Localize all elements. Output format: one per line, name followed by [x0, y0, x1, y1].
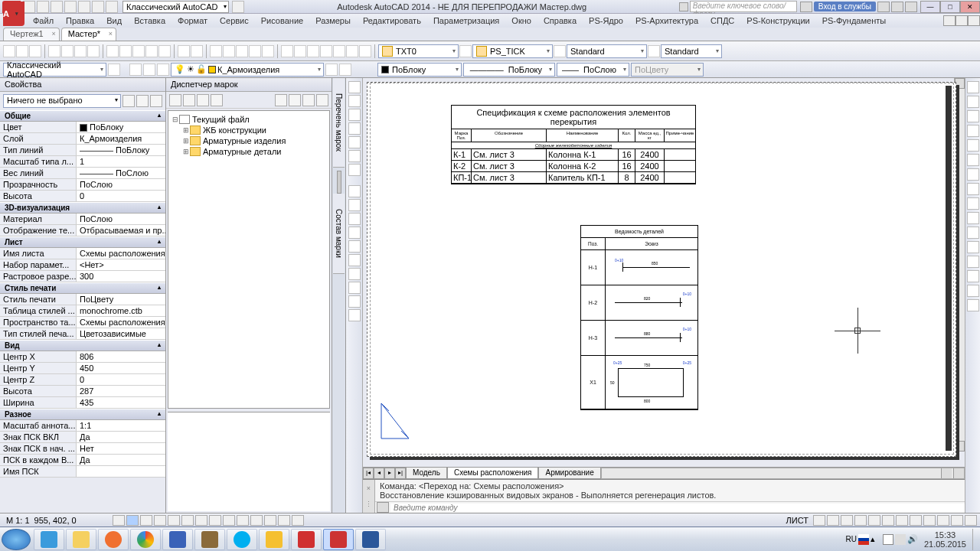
prop-row[interactable]: Тип линий———— ПоБлоку: [0, 145, 165, 156]
zoomextents-icon[interactable]: [262, 45, 274, 57]
zoom-icon[interactable]: [223, 45, 235, 57]
point-icon[interactable]: [348, 199, 361, 211]
sb-mode[interactable]: ЛИСТ: [783, 516, 812, 525]
layerprops-icon[interactable]: [129, 64, 142, 76]
mlstyle-dropdown[interactable]: Standard: [661, 44, 722, 58]
spline-icon[interactable]: [348, 185, 361, 197]
stretch-icon[interactable]: [967, 197, 979, 210]
blockeditor-icon[interactable]: [158, 45, 171, 57]
rotate-icon[interactable]: [967, 168, 979, 181]
tb-word[interactable]: [355, 529, 386, 550]
favorite-icon[interactable]: [891, 2, 903, 12]
saveas-icon[interactable]: [64, 1, 77, 13]
pline-icon[interactable]: [348, 95, 361, 107]
erase-icon[interactable]: [967, 81, 979, 93]
copy-icon[interactable]: [119, 45, 132, 57]
cat-view[interactable]: Вид: [0, 340, 165, 351]
layout-first[interactable]: |◂: [363, 468, 374, 479]
menu-draw[interactable]: Рисование: [255, 15, 309, 27]
cat-3d[interactable]: 3D-визуализация: [0, 202, 165, 214]
sidetab-list[interactable]: Перечень марок: [333, 78, 345, 168]
mdi-restore[interactable]: [956, 15, 968, 26]
move-icon[interactable]: [967, 154, 979, 166]
menu-help[interactable]: Справка: [537, 15, 583, 27]
fillet-icon[interactable]: [967, 285, 979, 297]
polar-icon[interactable]: [154, 515, 166, 526]
pickadd-icon[interactable]: [150, 95, 162, 107]
tray-clock[interactable]: 15:3321.05.2015: [920, 530, 971, 549]
scale-icon[interactable]: [967, 183, 979, 195]
tb-autocad[interactable]: [323, 529, 354, 550]
cat-general[interactable]: Общие: [0, 110, 165, 122]
new-icon[interactable]: [23, 1, 35, 13]
tab-drawing1[interactable]: Чертеж1×: [3, 28, 60, 41]
exchange-icon[interactable]: [877, 2, 890, 12]
markup-icon[interactable]: [333, 45, 345, 57]
sb-scale[interactable]: М 1: 1: [3, 516, 33, 525]
prop-row[interactable]: Тип стилей печа...Цветозависимые: [0, 328, 165, 340]
sb-isolate-icon[interactable]: [937, 515, 949, 526]
layermatch-icon[interactable]: [325, 64, 338, 76]
help-search[interactable]: Введите ключевое слово/фразу: [690, 1, 797, 12]
layout-prev[interactable]: ◂: [374, 468, 384, 479]
textstyle-dropdown[interactable]: TXT0: [378, 44, 459, 58]
ortho-icon[interactable]: [140, 515, 152, 526]
layerfilter-icon[interactable]: [143, 64, 155, 76]
sb-ws-icon[interactable]: [896, 515, 908, 526]
ducs-icon[interactable]: [209, 515, 221, 526]
prop-row[interactable]: Имя листаСхемы расположения: [0, 248, 165, 259]
qp-icon[interactable]: [264, 515, 276, 526]
layout-schemes[interactable]: Схемы расположения: [447, 468, 539, 479]
tb-tc[interactable]: [162, 529, 193, 550]
trim-icon[interactable]: [967, 212, 979, 224]
maximize-button[interactable]: □: [940, 1, 960, 13]
qat-more-icon[interactable]: [232, 1, 244, 13]
markup-new-icon[interactable]: [169, 94, 181, 106]
prop-row[interactable]: ПрозрачностьПоСлою: [0, 179, 165, 191]
search-play-icon[interactable]: [679, 2, 688, 11]
copy-obj-icon[interactable]: [967, 96, 979, 108]
tb-chrome[interactable]: [130, 529, 161, 550]
mdi-close[interactable]: [968, 15, 980, 26]
sheetset-icon[interactable]: [320, 45, 332, 57]
prop-row[interactable]: Знак ПСК в нач. ...Нет: [0, 443, 165, 455]
signin-button[interactable]: Вход в службы: [814, 2, 876, 11]
break-icon[interactable]: [967, 241, 979, 253]
markup-opt1-icon[interactable]: [275, 94, 287, 106]
layout-reinforcement[interactable]: Армирование: [538, 468, 600, 479]
3ddwf-icon[interactable]: [87, 45, 100, 57]
open-icon[interactable]: [37, 1, 49, 13]
show-desktop[interactable]: [972, 529, 978, 550]
plot-icon[interactable]: [48, 45, 60, 57]
layerprev-icon[interactable]: [339, 64, 351, 76]
toolpalettes-icon[interactable]: [307, 45, 319, 57]
region-icon[interactable]: [348, 227, 361, 239]
app-menu-button[interactable]: A▾: [3, 2, 24, 26]
help-icon[interactable]: [905, 2, 917, 12]
cmd-prompt-icon[interactable]: [377, 502, 389, 513]
extend-icon[interactable]: [967, 227, 979, 239]
prop-row[interactable]: Высота287: [0, 386, 165, 397]
prop-row[interactable]: Масштаб аннота...1:1: [0, 420, 165, 432]
markup-tree[interactable]: ⊟Текущий файл ⊞ЖБ конструкции ⊞Арматурны…: [168, 110, 330, 409]
designcenter-icon[interactable]: [294, 45, 306, 57]
scroll-right[interactable]: [941, 468, 952, 478]
new-icon[interactable]: [3, 45, 15, 57]
prop-row[interactable]: Пространство та...Схемы расположения: [0, 317, 165, 328]
menu-spds[interactable]: СПДС: [704, 15, 740, 27]
markup-refresh-icon[interactable]: [183, 94, 195, 106]
sb-anno-icon[interactable]: [854, 515, 867, 526]
help-icon[interactable]: [359, 45, 371, 57]
markup-opt2-icon[interactable]: [289, 94, 301, 106]
text-icon[interactable]: [348, 268, 361, 280]
tb-ie[interactable]: [34, 529, 64, 550]
menu-modify[interactable]: Редактировать: [357, 15, 427, 27]
rect-icon[interactable]: [348, 136, 361, 148]
array-icon[interactable]: [967, 139, 979, 152]
mtext-icon[interactable]: [348, 254, 361, 266]
menu-format[interactable]: Формат: [172, 15, 214, 27]
sb-annovis-icon[interactable]: [882, 515, 894, 526]
menu-edit[interactable]: Правка: [60, 15, 100, 27]
prop-row[interactable]: Вес линий———— ПоСлою: [0, 168, 165, 179]
tray-lang[interactable]: RU: [845, 535, 856, 543]
